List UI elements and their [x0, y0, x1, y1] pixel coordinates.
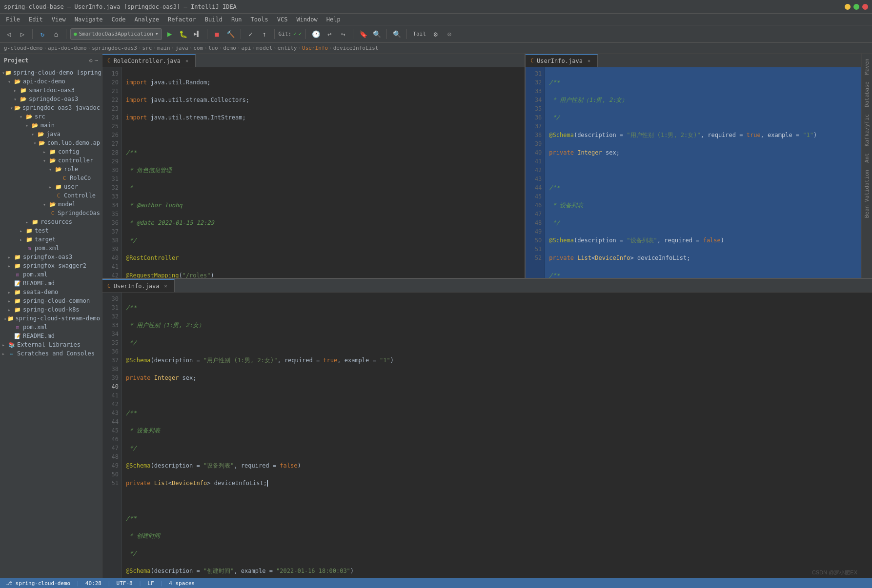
tool-kafka[interactable]: Kafka/yTic: [862, 111, 872, 149]
tree-item-pom-xml-2[interactable]: m pom.xml: [0, 270, 102, 279]
tree-item-readme-1[interactable]: 📝 README.md: [0, 279, 102, 288]
status-line-sep[interactable]: LF: [145, 580, 156, 587]
tree-item-controlle[interactable]: C Controlle: [0, 191, 102, 200]
menu-edit[interactable]: Edit: [25, 15, 47, 24]
tool-ant[interactable]: Ant: [862, 150, 872, 166]
status-encoding[interactable]: UTF-8: [115, 580, 135, 587]
menu-tools[interactable]: Tools: [247, 15, 272, 24]
status-line-col[interactable]: 40:28: [83, 580, 103, 587]
home-button[interactable]: ⌂: [50, 28, 62, 40]
tree-item-springdoc-oas3[interactable]: ▾ 📂 springdoc-oas3: [0, 95, 102, 103]
tree-item-smartdoc-oas3[interactable]: ▸ 📁 smartdoc-oas3: [0, 86, 102, 95]
tree-item-user[interactable]: ▸ 📁 user: [0, 182, 102, 191]
tree-item-springdocoas[interactable]: C SpringdocOas: [0, 209, 102, 217]
menu-navigate[interactable]: Navigate: [71, 15, 107, 24]
bc-src[interactable]: src: [142, 45, 152, 51]
bookmark-button[interactable]: 🔖: [357, 28, 369, 40]
tab-close-rolecontroller[interactable]: ✕: [183, 58, 190, 64]
bc-main[interactable]: main: [157, 45, 170, 51]
menu-analyze[interactable]: Analyze: [130, 15, 163, 24]
left-code-area[interactable]: 19 20 21 22 23 24 25 26 27 28 29: [102, 67, 525, 278]
bc-demo[interactable]: demo: [223, 45, 236, 51]
tree-item-test[interactable]: ▸ 📁 test: [0, 226, 102, 235]
run-config-dropdown[interactable]: ● SmartdocOas3Application ▾: [70, 28, 162, 40]
tree-item-spring-cloud-k8s[interactable]: ▸ 📁 spring-cloud-k8s: [0, 305, 102, 314]
bc-api-doc-demo[interactable]: api-doc-demo: [48, 45, 86, 51]
tree-item-java[interactable]: ▾ 📂 java: [0, 130, 102, 138]
menu-vcs[interactable]: VCS: [273, 15, 292, 24]
tree-item-springdoc-oas3-javadoc[interactable]: ▾ 📂 springdoc-oas3-javadoc: [0, 103, 102, 112]
menu-help[interactable]: Help: [323, 15, 345, 24]
menu-file[interactable]: File: [2, 15, 24, 24]
tab-userinfo[interactable]: C UserInfo.java ✕: [526, 54, 598, 67]
search-button[interactable]: 🔍: [391, 28, 403, 40]
tab-close-userinfo-bottom[interactable]: ✕: [162, 283, 169, 290]
bottom-code-content[interactable]: /** * 用户性别（1:男, 2:女） */ @Schema(descript…: [122, 293, 872, 578]
close-button[interactable]: [862, 4, 868, 10]
bc-springdoc-oas3[interactable]: springdoc-oas3: [92, 45, 137, 51]
menu-refactor[interactable]: Refactor: [164, 15, 200, 24]
tree-item-resources[interactable]: ▸ 📁 resources: [0, 217, 102, 226]
tail-label[interactable]: Tail: [411, 28, 428, 40]
tree-item-main[interactable]: ▾ 📂 main: [0, 121, 102, 130]
tool-maven[interactable]: Maven: [862, 56, 872, 78]
tool-database[interactable]: Database: [862, 78, 872, 110]
tree-item-seata-demo[interactable]: ▸ 📁 seata-demo: [0, 288, 102, 296]
forward-button[interactable]: ▷: [17, 28, 28, 40]
back-button[interactable]: ◁: [3, 28, 15, 40]
menu-build[interactable]: Build: [201, 15, 226, 24]
tree-item-external-libraries[interactable]: ▸ 📚 External Libraries: [0, 340, 102, 349]
window-controls[interactable]: [845, 4, 868, 10]
tab-close-userinfo[interactable]: ✕: [586, 58, 592, 64]
git-check2-icon[interactable]: ✓: [299, 31, 302, 37]
git-check-icon[interactable]: ✓: [293, 31, 297, 37]
maximize-button[interactable]: [853, 4, 859, 10]
settings-button[interactable]: ⚙: [430, 28, 442, 40]
tool-bean-validation[interactable]: Bean Validation: [862, 167, 872, 221]
history-button[interactable]: 🕐: [310, 28, 322, 40]
tree-item-controller[interactable]: ▾ 📂 controller: [0, 156, 102, 165]
tree-item-spring-cloud-stream-demo[interactable]: ▸ 📁 spring-cloud-stream-demo: [0, 314, 102, 323]
sidebar-settings-icon[interactable]: ⚙: [89, 57, 93, 64]
undo-button[interactable]: ↩: [324, 28, 335, 40]
bc-java[interactable]: java: [175, 45, 188, 51]
bc-model[interactable]: model: [256, 45, 272, 51]
tree-item-spring-cloud-common[interactable]: ▸ 📁 spring-cloud-common: [0, 296, 102, 305]
menu-window[interactable]: Window: [292, 15, 321, 24]
tree-item-config[interactable]: ▸ 📁 config: [0, 147, 102, 156]
bc-entity[interactable]: entity: [278, 45, 297, 51]
menu-run[interactable]: Run: [227, 15, 246, 24]
tree-item-src[interactable]: ▾ 📂 src: [0, 112, 102, 121]
coverage-button[interactable]: ▶▌: [191, 28, 203, 40]
tree-item-com-luo[interactable]: ▾ 📂 com.luo.demo.ap: [0, 138, 102, 147]
bc-com[interactable]: com: [193, 45, 203, 51]
tree-item-pom-xml-1[interactable]: m pom.xml: [0, 244, 102, 253]
refresh-button[interactable]: ↻: [37, 28, 48, 40]
debug-button[interactable]: 🐛: [178, 28, 189, 40]
stop-button[interactable]: ■: [211, 28, 223, 40]
tree-item-scratches[interactable]: ▸ ✏ Scratches and Consoles: [0, 349, 102, 358]
tree-item-model[interactable]: ▾ 📂 model: [0, 200, 102, 209]
menu-code[interactable]: Code: [108, 15, 130, 24]
run-button[interactable]: ▶: [164, 28, 176, 40]
tree-item-readme-2[interactable]: 📝 README.md: [0, 332, 102, 340]
sidebar-more-icon[interactable]: ⋯: [95, 57, 98, 64]
left-code-content[interactable]: import java.util.Random; import java.uti…: [122, 67, 525, 278]
push-button[interactable]: ↑: [259, 28, 270, 40]
tab-rolecontroller[interactable]: C RoleController.java ✕: [102, 54, 196, 67]
right-code-content[interactable]: /** * 用户性别（1:男, 2:女） */ @Schema(descript…: [545, 67, 861, 278]
tree-item-rolecontroller[interactable]: C RoleCo: [0, 174, 102, 182]
status-git[interactable]: ⎇ spring-cloud-demo: [4, 580, 72, 587]
tab-userinfo-bottom[interactable]: C UserInfo.java ✕: [102, 279, 175, 292]
disable-button[interactable]: ⊘: [444, 28, 455, 40]
tree-item-role[interactable]: ▾ 📂 role: [0, 165, 102, 174]
tree-item-springfox-swagger2[interactable]: ▸ 📁 springfox-swagger2: [0, 261, 102, 270]
bc-userinfo[interactable]: UserInfo: [302, 45, 328, 51]
bc-g-cloud-demo[interactable]: g-cloud-demo: [4, 45, 42, 51]
tree-item-spring-cloud-demo[interactable]: ▾ 📁 spring-cloud-demo [spring-cloud-: [0, 68, 102, 77]
bottom-code-area[interactable]: 30 31 32 33 34 35 36 37 38 39 40 41: [102, 293, 872, 578]
bc-api[interactable]: api: [241, 45, 251, 51]
menu-view[interactable]: View: [48, 15, 70, 24]
tree-item-pom-xml-3[interactable]: m pom.xml: [0, 323, 102, 332]
bc-deviceinfolist[interactable]: deviceInfoList: [333, 45, 379, 51]
